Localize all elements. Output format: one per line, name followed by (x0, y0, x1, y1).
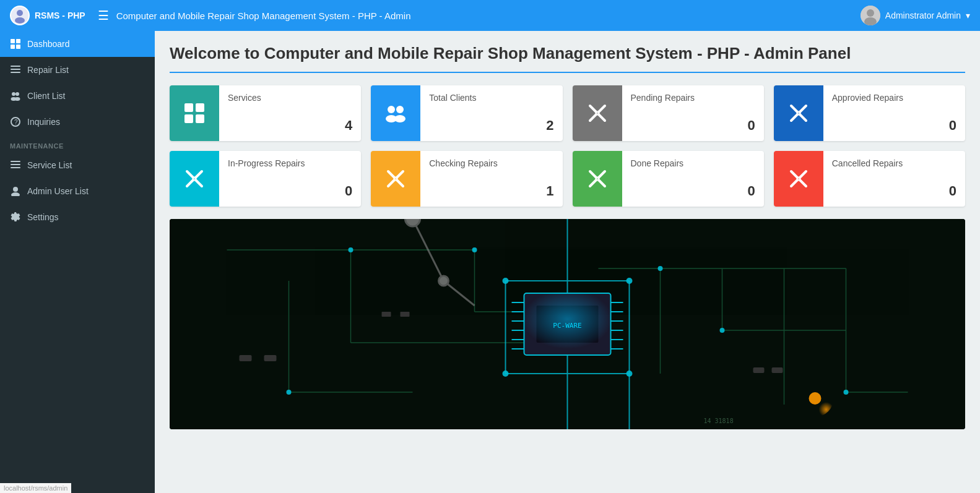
dashboard-icon (10, 38, 21, 49)
sidebar-item-inquiries[interactable]: ? Inquiries (0, 109, 155, 135)
sidebar: Dashboard Repair List Clien (0, 31, 155, 493)
stat-card-value: 0 (832, 183, 956, 199)
svg-rect-9 (16, 45, 20, 49)
sidebar-item-dashboard-label: Dashboard (27, 39, 70, 49)
svg-rect-8 (11, 45, 15, 49)
svg-point-80 (627, 278, 633, 284)
brand-label: RSMS - PHP (35, 11, 85, 20)
stat-card-body: Approvied Repairs 0 (823, 85, 965, 141)
svg-rect-26 (184, 114, 193, 123)
svg-point-13 (12, 92, 15, 96)
svg-point-85 (493, 275, 642, 374)
sidebar-item-dashboard[interactable]: Dashboard (0, 31, 155, 57)
stat-card-body: Services 4 (219, 85, 361, 141)
stat-card-label: Services (228, 93, 352, 103)
svg-point-32 (595, 111, 600, 116)
svg-rect-12 (11, 72, 20, 73)
brand-logo (10, 6, 30, 25)
svg-point-23 (11, 192, 20, 196)
svg-point-1 (17, 10, 23, 16)
svg-rect-25 (196, 103, 204, 112)
user-label: Adminstrator Admin (885, 11, 961, 20)
sidebar-item-repair-list[interactable]: Repair List (0, 57, 155, 83)
svg-rect-90 (753, 367, 765, 373)
stat-card-label: Total Clients (429, 93, 553, 103)
toggle-sidebar-button[interactable]: ☰ (98, 8, 109, 23)
navbar: RSMS - PHP ☰ Computer and Mobile Repair … (0, 0, 980, 31)
svg-rect-91 (772, 367, 783, 373)
stat-card-label: Done Repairs (631, 158, 755, 168)
svg-rect-86 (240, 355, 252, 361)
sidebar-item-settings[interactable]: Settings (0, 204, 155, 230)
stat-card-value: 2 (429, 118, 553, 134)
svg-point-75 (287, 390, 292, 395)
stat-card-body: Checking Repairs 1 (420, 151, 562, 207)
stat-card-icon (774, 85, 823, 141)
stat-card-total-clients[interactable]: Total Clients 2 (371, 85, 562, 141)
service-list-icon (10, 160, 21, 171)
inquiries-icon: ? (10, 116, 21, 127)
stats-grid: Services 4 Total Clients 2 Pending Repai… (170, 85, 965, 207)
sidebar-item-client-list[interactable]: Client List (0, 83, 155, 109)
svg-point-29 (396, 106, 404, 113)
svg-point-37 (796, 176, 801, 181)
stat-card-value: 0 (832, 118, 956, 134)
svg-rect-21 (11, 167, 20, 168)
main-content: Welcome to Computer and Mobile Repair Sh… (155, 31, 980, 493)
svg-point-31 (394, 115, 405, 122)
svg-point-81 (503, 371, 509, 377)
repair-list-icon (10, 64, 21, 75)
sidebar-item-admin-user-list-label: Admin User List (27, 186, 89, 196)
stat-card-cancelled-repairs[interactable]: Cancelled Repairs 0 (774, 151, 965, 207)
stat-card-approved-repairs[interactable]: Approvied Repairs 0 (774, 85, 965, 141)
page-divider (170, 72, 965, 73)
stat-card-icon (573, 85, 622, 141)
svg-rect-11 (11, 69, 20, 70)
stat-card-body: In-Progress Repairs 0 (219, 151, 361, 207)
svg-point-78 (844, 390, 849, 395)
svg-point-33 (796, 111, 801, 116)
sidebar-item-service-list-label: Service List (27, 160, 72, 170)
stat-card-value: 0 (631, 118, 755, 134)
admin-user-list-icon (10, 186, 21, 197)
svg-point-95 (439, 276, 449, 286)
stat-card-icon (170, 85, 219, 141)
svg-rect-89 (401, 312, 410, 317)
svg-point-4 (867, 9, 874, 17)
stat-card-icon (170, 151, 219, 207)
stat-card-icon (371, 151, 420, 207)
stat-card-services[interactable]: Services 4 (170, 85, 361, 141)
stat-card-pending-repairs[interactable]: Pending Repairs 0 (573, 85, 764, 141)
stat-card-icon (573, 151, 622, 207)
svg-point-16 (15, 97, 20, 101)
svg-rect-87 (264, 355, 277, 361)
stat-card-checking-repairs[interactable]: Checking Repairs 1 (371, 151, 562, 207)
svg-rect-88 (382, 312, 391, 317)
svg-text:14 31818: 14 31818 (704, 418, 734, 424)
svg-rect-27 (196, 114, 204, 123)
stat-card-inprogress-repairs[interactable]: In-Progress Repairs 0 (170, 151, 361, 207)
banner: PC-WARE (170, 219, 965, 429)
user-menu[interactable]: Adminstrator Admin ▾ (861, 6, 970, 25)
statusbar-url: localhost/rsms/admin (4, 484, 67, 492)
svg-rect-19 (11, 161, 20, 162)
dropdown-icon: ▾ (966, 11, 970, 20)
stat-card-body: Cancelled Repairs 0 (823, 151, 965, 207)
sidebar-item-admin-user-list[interactable]: Admin User List (0, 178, 155, 204)
svg-point-77 (720, 328, 725, 333)
sidebar-item-settings-label: Settings (27, 212, 59, 222)
stat-card-value: 4 (228, 118, 352, 134)
svg-point-96 (405, 219, 420, 226)
svg-point-82 (627, 371, 633, 377)
svg-point-84 (809, 392, 822, 405)
svg-rect-7 (16, 39, 20, 43)
svg-point-73 (472, 247, 477, 252)
client-list-icon (10, 90, 21, 101)
stat-card-done-repairs[interactable]: Done Repairs 0 (573, 151, 764, 207)
svg-point-36 (595, 176, 600, 181)
brand: RSMS - PHP (10, 6, 85, 25)
stat-card-body: Total Clients 2 (420, 85, 562, 141)
svg-point-28 (388, 106, 395, 113)
stat-card-body: Done Repairs 0 (622, 151, 764, 207)
sidebar-item-service-list[interactable]: Service List (0, 152, 155, 178)
